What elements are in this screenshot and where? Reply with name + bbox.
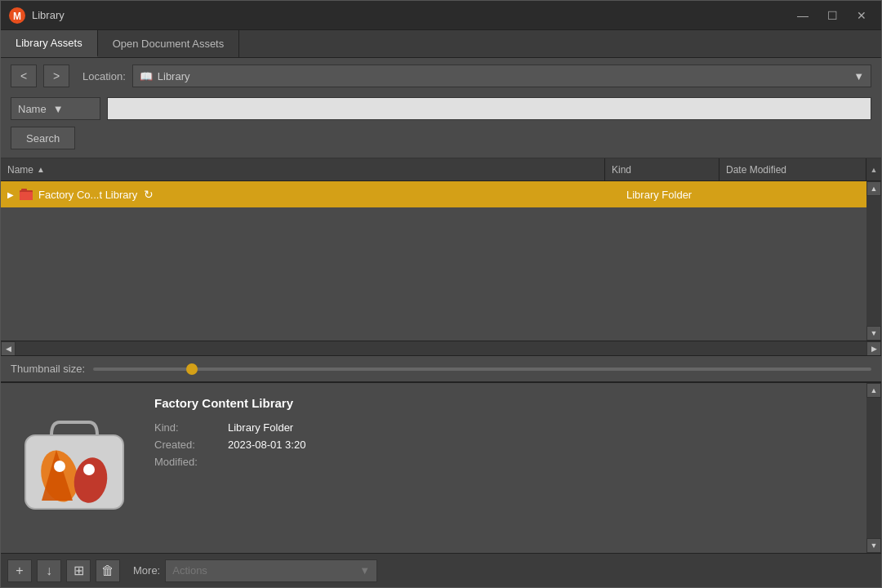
delete-button[interactable]: 🗑 [96, 559, 120, 582]
location-icon: 📖 [140, 70, 153, 82]
actions-dropdown[interactable]: Actions ▼ [165, 559, 377, 582]
location-dropdown-arrow: ▼ [853, 70, 864, 82]
detail-created-row: Created: 2023-08-01 3:20 [154, 439, 860, 451]
detail-title: Factory Content Library [154, 396, 860, 410]
detail-panel: Factory Content Library Kind: Library Fo… [1, 381, 881, 553]
titlebar: M Library — ☐ ✕ [1, 1, 881, 30]
window-controls: — ☐ ✕ [791, 7, 873, 24]
close-button[interactable]: ✕ [850, 7, 873, 24]
location-value: Library [158, 70, 190, 82]
table-horizontal-scrollbar: ◀ ▶ [1, 341, 881, 355]
detail-modified-label: Modified: [154, 456, 228, 468]
detail-kind-value: Library Folder [228, 421, 293, 434]
svg-point-10 [54, 461, 65, 472]
table-row[interactable]: ▶ Factory Co...t Library ↻ Library F [1, 181, 881, 207]
tab-open-document-assets[interactable]: Open Document Assets [98, 30, 240, 57]
minimize-button[interactable]: — [791, 7, 814, 24]
row-name-text: Factory Co...t Library [38, 189, 137, 201]
thumbnail-row: Thumbnail size: [1, 355, 881, 381]
detail-kind-label: Kind: [154, 421, 228, 434]
tab-library-assets[interactable]: Library Assets [1, 30, 98, 57]
actions-dropdown-arrow: ▼ [359, 564, 370, 577]
maximize-button[interactable]: ☐ [821, 7, 844, 24]
window-title: Library [32, 9, 791, 21]
detail-icon-area [1, 383, 148, 553]
td-name: ▶ Factory Co...t Library ↻ [1, 187, 620, 202]
add-button[interactable]: + [7, 559, 32, 582]
detail-scrollbar-down[interactable]: ▼ [866, 538, 881, 553]
more-label: More: [133, 564, 160, 577]
svg-rect-3 [20, 192, 33, 200]
table-body: ▶ Factory Co...t Library ↻ Library F [1, 181, 881, 341]
main-window: M Library — ☐ ✕ Library Assets Open Docu… [0, 0, 882, 588]
sort-arrow: ▲ [37, 165, 45, 174]
slider-thumb[interactable] [186, 363, 198, 375]
back-button[interactable]: < [11, 65, 37, 87]
main-content: < > Location: 📖 Library ▼ Name ▼ Search [1, 58, 881, 553]
actions-placeholder: Actions [172, 564, 207, 577]
search-button[interactable]: Search [11, 127, 75, 149]
table-scroll-area: ▶ Factory Co...t Library ↻ Library F [1, 181, 881, 341]
name-filter-arrow: ▼ [53, 103, 64, 115]
th-name: Name ▲ [1, 158, 605, 180]
forward-button[interactable]: > [43, 65, 69, 87]
scrollbar-htrack [16, 341, 866, 355]
download-button[interactable]: ↓ [37, 559, 61, 582]
detail-scrollbar-up[interactable]: ▲ [866, 383, 881, 398]
scrollbar-up-btn[interactable]: ▲ [866, 181, 881, 196]
scrollbar-down-btn[interactable]: ▼ [866, 326, 881, 341]
search-button-row: Search [1, 127, 881, 158]
location-label: Location: [82, 70, 126, 82]
thumbnail-label: Thumbnail size: [11, 363, 85, 375]
svg-point-11 [83, 464, 95, 475]
name-filter-dropdown[interactable]: Name ▼ [11, 97, 100, 120]
bottom-bar: + ↓ ⊞ 🗑 More: Actions ▼ [1, 553, 881, 587]
location-dropdown[interactable]: 📖 Library ▼ [132, 65, 871, 87]
row-folder-icon [19, 187, 33, 202]
td-kind: Library Folder [620, 189, 734, 201]
row-expand-arrow: ▶ [7, 190, 14, 199]
refresh-icon: ↻ [144, 188, 154, 201]
name-filter-label: Name [18, 103, 47, 115]
thumbnail-slider[interactable] [93, 368, 871, 371]
svg-text:M: M [13, 11, 21, 22]
new-folder-button[interactable]: ⊞ [66, 559, 91, 582]
table-vertical-scrollbar: ▲ ▼ [866, 181, 881, 341]
detail-created-label: Created: [154, 439, 228, 451]
toolbar-row: < > Location: 📖 Library ▼ [1, 58, 881, 94]
detail-scrollbar: ▲ ▼ [866, 383, 881, 553]
th-kind: Kind [605, 158, 719, 180]
detail-info: Factory Content Library Kind: Library Fo… [148, 383, 866, 553]
tabbar: Library Assets Open Document Assets [1, 30, 881, 58]
detail-kind-row: Kind: Library Folder [154, 421, 860, 434]
scrollbar-right-btn[interactable]: ▶ [866, 341, 881, 356]
app-logo: M [9, 7, 25, 24]
table-header: Name ▲ Kind Date Modified ▲ [1, 158, 881, 181]
scrollbar-track [866, 196, 881, 326]
detail-modified-row: Modified: [154, 456, 860, 468]
search-row: Name ▼ [1, 94, 881, 127]
scrollbar-left-btn[interactable]: ◀ [1, 341, 16, 356]
detail-library-icon [17, 411, 131, 525]
detail-created-value: 2023-08-01 3:20 [228, 439, 305, 451]
asset-table: Name ▲ Kind Date Modified ▲ ▶ [1, 158, 881, 355]
table-scrollbar-up[interactable]: ▲ [866, 158, 881, 180]
th-date-modified: Date Modified [719, 158, 866, 180]
svg-rect-4 [21, 189, 27, 192]
search-input[interactable] [107, 97, 871, 120]
